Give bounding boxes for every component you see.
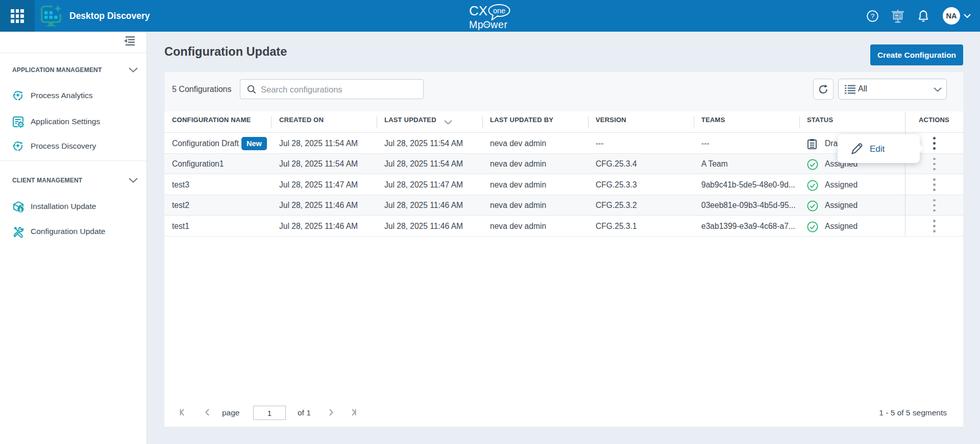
svg-text:?: ? [871,12,874,20]
svg-text:wer: wer [490,19,507,30]
svg-text:one: one [493,7,505,15]
svg-text:CX: CX [469,4,487,18]
svg-text:Mp: Mp [469,19,483,30]
